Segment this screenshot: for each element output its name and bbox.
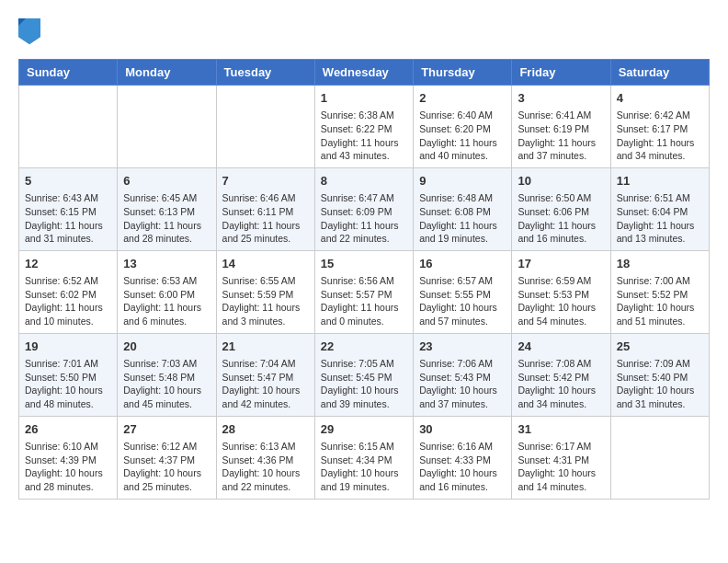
calendar-cell: 28Sunrise: 6:13 AM Sunset: 4:36 PM Dayli… (216, 416, 314, 499)
calendar-cell: 12Sunrise: 6:52 AM Sunset: 6:02 PM Dayli… (19, 250, 118, 333)
day-header-wednesday: Wednesday (314, 60, 413, 86)
calendar: SundayMondayTuesdayWednesdayThursdayFrid… (18, 59, 710, 500)
calendar-cell: 29Sunrise: 6:15 AM Sunset: 4:34 PM Dayli… (314, 416, 413, 499)
calendar-cell: 31Sunrise: 6:17 AM Sunset: 4:31 PM Dayli… (512, 416, 610, 499)
day-info: Sunrise: 6:50 AM Sunset: 6:06 PM Dayligh… (518, 191, 604, 246)
day-number: 11 (617, 173, 703, 190)
calendar-cell: 5Sunrise: 6:43 AM Sunset: 6:15 PM Daylig… (19, 167, 118, 250)
calendar-cell: 30Sunrise: 6:16 AM Sunset: 4:33 PM Dayli… (414, 416, 512, 499)
calendar-cell: 18Sunrise: 7:00 AM Sunset: 5:52 PM Dayli… (610, 250, 709, 333)
calendar-cell (118, 86, 216, 168)
day-info: Sunrise: 6:47 AM Sunset: 6:09 PM Dayligh… (321, 191, 407, 246)
day-number: 2 (419, 90, 506, 107)
day-number: 15 (321, 256, 407, 272)
day-header-monday: Monday (118, 60, 216, 86)
day-info: Sunrise: 6:16 AM Sunset: 4:33 PM Dayligh… (419, 440, 506, 494)
week-row-1: 1Sunrise: 6:38 AM Sunset: 6:22 PM Daylig… (19, 86, 710, 168)
day-info: Sunrise: 6:55 AM Sunset: 5:59 PM Dayligh… (222, 274, 309, 328)
calendar-cell: 3Sunrise: 6:41 AM Sunset: 6:19 PM Daylig… (512, 86, 610, 168)
day-number: 10 (518, 173, 604, 190)
week-row-5: 26Sunrise: 6:10 AM Sunset: 4:39 PM Dayli… (19, 416, 710, 499)
day-info: Sunrise: 6:43 AM Sunset: 6:15 PM Dayligh… (25, 191, 111, 246)
calendar-cell: 2Sunrise: 6:40 AM Sunset: 6:20 PM Daylig… (414, 86, 512, 168)
day-info: Sunrise: 6:48 AM Sunset: 6:08 PM Dayligh… (419, 191, 506, 246)
day-info: Sunrise: 6:59 AM Sunset: 5:53 PM Dayligh… (518, 274, 604, 328)
day-number: 23 (419, 339, 506, 355)
day-number: 14 (222, 256, 309, 272)
calendar-cell: 10Sunrise: 6:50 AM Sunset: 6:06 PM Dayli… (512, 167, 610, 250)
day-info: Sunrise: 7:09 AM Sunset: 5:40 PM Dayligh… (617, 357, 703, 411)
day-info: Sunrise: 6:41 AM Sunset: 6:19 PM Dayligh… (518, 109, 604, 163)
day-info: Sunrise: 6:13 AM Sunset: 4:36 PM Dayligh… (222, 440, 309, 494)
day-info: Sunrise: 7:04 AM Sunset: 5:47 PM Dayligh… (222, 357, 309, 411)
day-number: 27 (123, 421, 210, 438)
day-info: Sunrise: 7:00 AM Sunset: 5:52 PM Dayligh… (617, 274, 703, 328)
calendar-cell: 17Sunrise: 6:59 AM Sunset: 5:53 PM Dayli… (512, 250, 610, 333)
calendar-cell: 11Sunrise: 6:51 AM Sunset: 6:04 PM Dayli… (610, 167, 709, 250)
day-info: Sunrise: 6:38 AM Sunset: 6:22 PM Dayligh… (321, 109, 407, 163)
calendar-cell: 8Sunrise: 6:47 AM Sunset: 6:09 PM Daylig… (314, 167, 413, 250)
day-number: 31 (518, 421, 604, 438)
calendar-cell: 9Sunrise: 6:48 AM Sunset: 6:08 PM Daylig… (414, 167, 512, 250)
logo-icon (18, 18, 40, 44)
calendar-cell: 1Sunrise: 6:38 AM Sunset: 6:22 PM Daylig… (314, 86, 413, 168)
day-number: 12 (25, 256, 111, 272)
day-number: 26 (25, 421, 111, 438)
day-number: 18 (617, 256, 703, 272)
calendar-cell: 26Sunrise: 6:10 AM Sunset: 4:39 PM Dayli… (19, 416, 118, 499)
calendar-cell: 16Sunrise: 6:57 AM Sunset: 5:55 PM Dayli… (414, 250, 512, 333)
day-number: 19 (25, 339, 111, 355)
day-number: 24 (518, 339, 604, 355)
day-info: Sunrise: 6:51 AM Sunset: 6:04 PM Dayligh… (617, 191, 703, 246)
calendar-cell (19, 86, 118, 168)
calendar-cell: 19Sunrise: 7:01 AM Sunset: 5:50 PM Dayli… (19, 333, 118, 416)
week-row-2: 5Sunrise: 6:43 AM Sunset: 6:15 PM Daylig… (19, 167, 710, 250)
day-number: 25 (617, 339, 703, 355)
day-number: 29 (321, 421, 407, 438)
day-info: Sunrise: 6:53 AM Sunset: 6:00 PM Dayligh… (123, 274, 210, 328)
day-info: Sunrise: 6:56 AM Sunset: 5:57 PM Dayligh… (321, 274, 407, 328)
day-number: 7 (222, 173, 309, 190)
day-info: Sunrise: 6:46 AM Sunset: 6:11 PM Dayligh… (222, 191, 309, 246)
day-header-tuesday: Tuesday (216, 60, 314, 86)
calendar-cell: 25Sunrise: 7:09 AM Sunset: 5:40 PM Dayli… (610, 333, 709, 416)
day-number: 22 (321, 339, 407, 355)
day-number: 8 (321, 173, 407, 190)
calendar-cell (610, 416, 709, 499)
day-number: 13 (123, 256, 210, 272)
day-number: 9 (419, 173, 506, 190)
header (18, 18, 710, 44)
calendar-cell (216, 86, 314, 168)
day-header-friday: Friday (512, 60, 610, 86)
calendar-cell: 20Sunrise: 7:03 AM Sunset: 5:48 PM Dayli… (118, 333, 216, 416)
calendar-cell: 4Sunrise: 6:42 AM Sunset: 6:17 PM Daylig… (610, 86, 709, 168)
calendar-cell: 13Sunrise: 6:53 AM Sunset: 6:00 PM Dayli… (118, 250, 216, 333)
day-number: 21 (222, 339, 309, 355)
day-info: Sunrise: 6:42 AM Sunset: 6:17 PM Dayligh… (617, 109, 703, 163)
day-number: 5 (25, 173, 111, 190)
day-number: 30 (419, 421, 506, 438)
calendar-cell: 21Sunrise: 7:04 AM Sunset: 5:47 PM Dayli… (216, 333, 314, 416)
day-info: Sunrise: 7:05 AM Sunset: 5:45 PM Dayligh… (321, 357, 407, 411)
day-number: 3 (518, 90, 604, 107)
calendar-cell: 6Sunrise: 6:45 AM Sunset: 6:13 PM Daylig… (118, 167, 216, 250)
page: SundayMondayTuesdayWednesdayThursdayFrid… (0, 0, 728, 518)
day-info: Sunrise: 6:45 AM Sunset: 6:13 PM Dayligh… (123, 191, 210, 246)
calendar-cell: 27Sunrise: 6:12 AM Sunset: 4:37 PM Dayli… (118, 416, 216, 499)
day-number: 4 (617, 90, 703, 107)
header-row: SundayMondayTuesdayWednesdayThursdayFrid… (19, 60, 710, 86)
day-header-sunday: Sunday (19, 60, 118, 86)
day-info: Sunrise: 7:01 AM Sunset: 5:50 PM Dayligh… (25, 357, 111, 411)
calendar-cell: 22Sunrise: 7:05 AM Sunset: 5:45 PM Dayli… (314, 333, 413, 416)
day-number: 1 (321, 90, 407, 107)
calendar-cell: 24Sunrise: 7:08 AM Sunset: 5:42 PM Dayli… (512, 333, 610, 416)
day-number: 6 (123, 173, 210, 190)
day-info: Sunrise: 7:06 AM Sunset: 5:43 PM Dayligh… (419, 357, 506, 411)
day-info: Sunrise: 6:17 AM Sunset: 4:31 PM Dayligh… (518, 440, 604, 494)
calendar-cell: 15Sunrise: 6:56 AM Sunset: 5:57 PM Dayli… (314, 250, 413, 333)
day-info: Sunrise: 6:10 AM Sunset: 4:39 PM Dayligh… (25, 440, 111, 494)
calendar-cell: 7Sunrise: 6:46 AM Sunset: 6:11 PM Daylig… (216, 167, 314, 250)
week-row-4: 19Sunrise: 7:01 AM Sunset: 5:50 PM Dayli… (19, 333, 710, 416)
day-header-saturday: Saturday (610, 60, 709, 86)
calendar-cell: 23Sunrise: 7:06 AM Sunset: 5:43 PM Dayli… (414, 333, 512, 416)
